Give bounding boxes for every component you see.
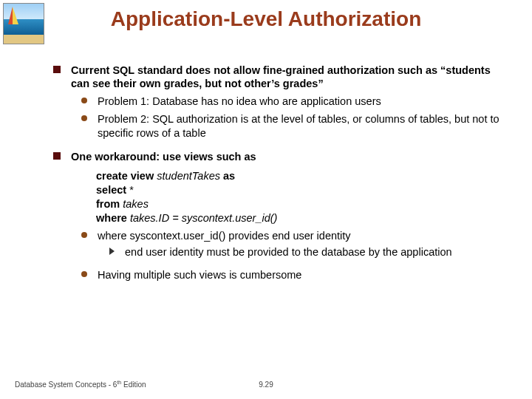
sub-bullet-item: Problem 1: Database has no idea who are … [81, 95, 502, 108]
circle-bullet-icon [81, 115, 87, 121]
bullet-item: Current SQL standard does not allow fine… [53, 64, 502, 90]
code-line: from takes [96, 197, 502, 211]
sub-sub-bullet-item: end user identity must be provided to th… [109, 245, 502, 259]
code-keyword: as [223, 170, 235, 182]
code-keyword: where [96, 212, 130, 224]
slide: Application-Level Authorization Current … [0, 0, 532, 399]
square-bullet-icon [53, 152, 61, 160]
slide-title: Application-Level Authorization [0, 7, 532, 31]
bullet-text: One workaround: use views such as [71, 150, 501, 163]
sub-bullet-text: Problem 2: SQL authorization is at the l… [98, 112, 501, 139]
sub-sub-bullet-text: end user identity must be provided to th… [125, 245, 500, 259]
code-line: select * [96, 183, 502, 197]
code-text: * [126, 184, 134, 196]
sub-bullet-item: Having multiple such views is cumbersome [81, 268, 502, 282]
code-keyword: from [96, 198, 123, 210]
circle-bullet-icon [81, 232, 87, 238]
code-ident: studentTakes [157, 170, 223, 182]
code-keyword: create view [96, 170, 157, 182]
code-keyword: select [96, 184, 126, 196]
sub-bullet-item: where syscontext.user_id() provides end … [81, 229, 502, 242]
circle-bullet-icon [81, 98, 87, 103]
sub-bullet-item: Problem 2: SQL authorization is at the l… [81, 112, 502, 139]
circle-bullet-icon [81, 271, 87, 277]
code-block: create view studentTakes as select * fro… [96, 169, 502, 225]
code-ident: takes [123, 198, 149, 210]
sub-bullet-text: where syscontext.user_id() provides end … [98, 229, 501, 242]
code-line: where takes.ID = syscontext.user_id() [96, 211, 502, 225]
sub-bullet-text: Having multiple such views is cumbersome [98, 268, 501, 282]
bullet-text: Current SQL standard does not allow fine… [71, 64, 501, 90]
sub-bullet-text: Problem 1: Database has no idea who are … [98, 95, 501, 108]
square-bullet-icon [53, 66, 61, 73]
bullet-item: One workaround: use views such as [53, 150, 502, 163]
slide-body: Current SQL standard does not allow fine… [53, 58, 502, 284]
code-line: create view studentTakes as [96, 169, 502, 183]
arrow-bullet-icon [109, 248, 115, 255]
footer-page-number: 9.29 [0, 381, 532, 389]
code-ident: takes.ID = syscontext.user_id() [130, 212, 277, 224]
